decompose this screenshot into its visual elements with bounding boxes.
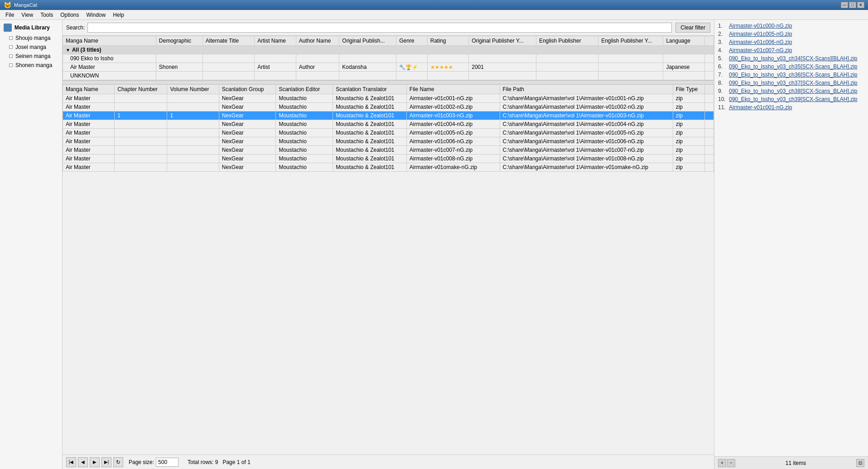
lower-col-scan-trans[interactable]: Scanlation Translator	[333, 85, 407, 94]
table-cell	[115, 155, 167, 163]
table-cell: Moustachio & Zealot101	[333, 146, 407, 155]
lower-col-scan-group[interactable]: Scanlation Group	[219, 85, 276, 94]
lower-col-filetype[interactable]: File Type	[673, 85, 704, 94]
col-orig-publisher-year[interactable]: Original Publisher Y...	[469, 36, 536, 46]
sidebar-item-seinen[interactable]: Seinen manga	[0, 52, 62, 61]
maximize-button[interactable]: □	[849, 2, 856, 8]
cell-extra	[705, 72, 714, 80]
lower-col-filename[interactable]: File Name	[406, 85, 500, 94]
item-number: 8.	[718, 80, 729, 86]
col-eng-publisher[interactable]: English Publisher	[536, 36, 598, 46]
item-filename[interactable]: 090_Eko_to_Issho_v03_ch37[SCX-Scans_BLAH…	[729, 80, 858, 86]
right-panel-item[interactable]: 5.090_Eko_to_Issho_v03_ch34[SCX-Scans][B…	[714, 54, 868, 63]
col-author-name[interactable]: Author Name	[296, 36, 339, 46]
sidebar-item-shonen[interactable]: Shonen manga	[0, 61, 62, 70]
right-panel-list[interactable]: 1.Airmaster-v01c000-nG.zip2.Airmaster-v0…	[714, 20, 868, 456]
right-panel-item[interactable]: 6.090_Eko_to_Issho_v03_ch35[SCX-Scans_BL…	[714, 63, 868, 71]
add-button[interactable]: +	[718, 459, 726, 467]
refresh-button[interactable]: ↻	[113, 457, 123, 467]
table-row[interactable]: Air MasterNexGearMoustachioMoustachio & …	[63, 94, 714, 103]
menu-tools[interactable]: Tools	[37, 11, 57, 19]
item-filename[interactable]: Airmaster-v01c006-nG.zip	[729, 39, 792, 45]
right-panel-item[interactable]: 10.090_Eko_to_Issho_v03_ch39[SCX-Scans_B…	[714, 95, 868, 103]
right-panel-item[interactable]: 8.090_Eko_to_Issho_v03_ch37[SCX-Scans_BL…	[714, 79, 868, 87]
clear-filter-button[interactable]: Clear filter	[675, 23, 710, 33]
search-input[interactable]	[87, 23, 672, 33]
table-row[interactable]: 090 Ekko to Issho	[63, 54, 714, 63]
upper-table-wrapper[interactable]: Manga Name Demographic Alternate Title A…	[63, 36, 714, 80]
last-page-button[interactable]: ▶|	[101, 457, 111, 467]
col-alternate-title[interactable]: Alternate Title	[203, 36, 254, 46]
col-expand[interactable]	[705, 36, 714, 46]
right-panel-item[interactable]: 2.Airmaster-v01c005-nG.zip	[714, 30, 868, 38]
title-bar: 🐱 MangaCat — □ ✕	[0, 0, 868, 10]
lower-col-volume-num[interactable]: Volume Number	[167, 85, 219, 94]
menu-window[interactable]: Window	[83, 11, 110, 19]
menu-view[interactable]: View	[18, 11, 37, 19]
col-manga-name[interactable]: Manga Name	[63, 36, 156, 46]
table-row[interactable]: Air MasterNexGearMoustachioMoustachio & …	[63, 146, 714, 155]
next-page-button[interactable]: ▶	[90, 457, 100, 467]
section-divider[interactable]: ⋯	[63, 81, 714, 84]
item-filename[interactable]: 090_Eko_to_Issho_v03_ch38[SCX-Scans_BLAH…	[729, 88, 858, 94]
col-language[interactable]: Language	[663, 36, 705, 46]
menu-help[interactable]: Help	[109, 11, 128, 19]
first-page-button[interactable]: |◀	[66, 457, 76, 467]
table-cell: zip	[673, 137, 704, 146]
right-panel-item[interactable]: 3.Airmaster-v01c006-nG.zip	[714, 38, 868, 46]
table-row[interactable]: Air MasterNexGearMoustachioMoustachio & …	[63, 129, 714, 137]
right-panel-item[interactable]: 11.Airmaster-v01c001-nG.zip	[714, 103, 868, 111]
table-row[interactable]: Air MasterNexGearMoustachioMoustachio & …	[63, 120, 714, 129]
lower-col-scan-editor[interactable]: Scanlation Editor	[276, 85, 333, 94]
lower-col-chapter-num[interactable]: Chapter Number	[115, 85, 167, 94]
sidebar-item-josei[interactable]: Josei manga	[0, 43, 62, 52]
lower-col-expand[interactable]	[705, 85, 714, 94]
menu-file[interactable]: File	[2, 11, 18, 19]
minimize-button[interactable]: —	[841, 2, 848, 8]
table-cell: C:\share\Manga\Airmaster\vol 1\Airmaster…	[500, 120, 673, 129]
content-area: Search: Clear filter Manga Name Demograp…	[63, 20, 714, 469]
col-rating[interactable]: Rating	[427, 36, 468, 46]
right-panel-item[interactable]: 9.090_Eko_to_Issho_v03_ch38[SCX-Scans_BL…	[714, 87, 868, 95]
close-button[interactable]: ✕	[857, 2, 864, 8]
table-row[interactable]: Air Master11NexGearMoustachioMoustachio …	[63, 111, 714, 120]
table-group-row[interactable]: ▼All (3 titles)	[63, 46, 714, 54]
lower-col-manga-name[interactable]: Manga Name	[63, 85, 115, 94]
col-demographic[interactable]: Demographic	[156, 36, 203, 46]
item-filename[interactable]: Airmaster-v01c005-nG.zip	[729, 31, 792, 37]
lower-col-filepath[interactable]: File Path	[500, 85, 673, 94]
sidebar-label-seinen: Seinen manga	[15, 53, 50, 59]
col-artist-name[interactable]: Artist Name	[255, 36, 296, 46]
item-filename[interactable]: Airmaster-v01c001-nG.zip	[729, 104, 792, 111]
page-size-input[interactable]	[156, 458, 178, 467]
item-filename[interactable]: 090_Eko_to_Issho_v03_ch39[SCX-Scans_BLAH…	[729, 96, 858, 102]
prev-page-button[interactable]: ◀	[78, 457, 88, 467]
item-filename[interactable]: Airmaster-v01c007-nG.zip	[729, 47, 792, 53]
expand-button[interactable]: ⊡	[856, 459, 864, 467]
table-cell	[115, 120, 167, 129]
right-panel-item[interactable]: 7.090_Eko_to_Issho_v03_ch36[SCX-Scans_BL…	[714, 71, 868, 79]
table-cell: Moustachio	[276, 120, 333, 129]
col-genre[interactable]: Genre	[396, 36, 428, 46]
right-panel-item[interactable]: 4.Airmaster-v01c007-nG.zip	[714, 46, 868, 54]
item-filename[interactable]: Airmaster-v01c000-nG.zip	[729, 23, 792, 29]
right-panel-footer: + − 11 items ⊡	[714, 456, 868, 469]
table-row[interactable]: Air MasterNexGearMoustachioMoustachio & …	[63, 155, 714, 163]
search-bar: Search: Clear filter	[63, 20, 714, 36]
remove-button[interactable]: −	[727, 459, 735, 467]
right-panel-item[interactable]: 1.Airmaster-v01c000-nG.zip	[714, 22, 868, 30]
table-row[interactable]: Air MasterNexGearMoustachioMoustachio & …	[63, 137, 714, 146]
item-filename[interactable]: 090_Eko_to_Issho_v03_ch35[SCX-Scans_BLAH…	[729, 63, 858, 70]
col-eng-publisher-year[interactable]: English Publisher Y...	[598, 36, 663, 46]
menu-options[interactable]: Options	[57, 11, 82, 19]
item-filename[interactable]: 090_Eko_to_Issho_v03_ch36[SCX-Scans_BLAH…	[729, 72, 858, 78]
sidebar-item-shoujo[interactable]: Shoujo manga	[0, 34, 62, 43]
item-filename[interactable]: 090_Eko_to_Issho_v03_ch34[SCX-Scans][BLA…	[729, 55, 858, 62]
table-row[interactable]: Air MasterNexGearMoustachioMoustachio & …	[63, 103, 714, 111]
lower-table-wrapper[interactable]: Manga Name Chapter Number Volume Number …	[63, 84, 714, 454]
sidebar-bullet-shoujo	[9, 36, 13, 40]
col-orig-publisher[interactable]: Original Publish...	[339, 36, 396, 46]
table-row[interactable]: UNKNOWN	[63, 72, 714, 80]
table-row[interactable]: Air MasterNexGearMoustachioMoustachio & …	[63, 163, 714, 172]
table-row[interactable]: Air Master Shonen Artist Author Kodansha…	[63, 63, 714, 72]
